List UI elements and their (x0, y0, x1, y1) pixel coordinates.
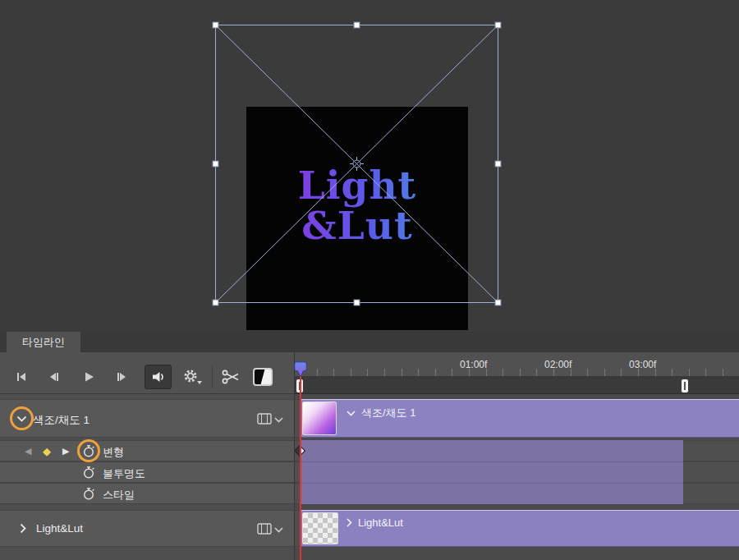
next-frame-button[interactable] (110, 366, 133, 388)
logo-line1: Light (234, 166, 480, 206)
speaker-icon (151, 370, 166, 383)
track-options-chevron-down-icon-2[interactable] (274, 527, 283, 533)
split-at-playhead-button[interactable] (217, 366, 245, 388)
transform-property-band[interactable] (300, 440, 683, 461)
tab-timeline[interactable]: 타임라인 (7, 332, 80, 352)
previous-keyframe-button[interactable]: ◀ (25, 446, 31, 457)
play-button[interactable] (77, 366, 100, 388)
transitions-button[interactable] (253, 368, 273, 386)
clip-checker-thumbnail (302, 512, 338, 544)
first-frame-icon (15, 370, 28, 383)
logo-text: Light &Lut (234, 166, 480, 246)
toolbar-divider (212, 366, 213, 388)
ruler-ticks (300, 369, 739, 376)
panel-divider[interactable] (294, 352, 295, 560)
style-property-band[interactable] (300, 483, 683, 504)
next-keyframe-button[interactable]: ▶ (62, 446, 69, 457)
next-frame-icon (115, 370, 128, 383)
clip-collapse-chevron-down-icon (347, 411, 356, 416)
track-options-chevron-down-icon[interactable] (274, 417, 283, 423)
stopwatch-style-icon[interactable] (82, 487, 96, 501)
opacity-property-band[interactable] (300, 461, 683, 483)
clip-hue-sat-label: 색조/채도 1 (361, 406, 415, 420)
app-window: Light &Lut 타임라인 (0, 0, 739, 560)
stopwatch-opacity-icon[interactable] (82, 466, 96, 480)
clip-hue-sat[interactable]: 색조/채도 1 (300, 399, 739, 438)
logo-line2: &Lut (234, 206, 480, 246)
previous-frame-icon (48, 370, 61, 383)
playhead-line (300, 374, 301, 560)
play-icon (82, 370, 95, 383)
video-track-icon-2[interactable] (257, 523, 272, 535)
clip-hue-sat-header[interactable]: 색조/채도 1 (347, 406, 415, 420)
clip-gradient-thumbnail (302, 402, 337, 435)
track-row-style[interactable] (0, 483, 294, 504)
tab-timeline-label: 타임라인 (22, 335, 65, 350)
stopwatch-transform-icon[interactable] (82, 444, 96, 458)
track-label-hue-sat: 색조/채도 1 (33, 413, 90, 428)
track-row-opacity[interactable] (0, 461, 294, 483)
chevron-down-icon (197, 381, 202, 384)
previous-frame-button[interactable] (43, 366, 66, 388)
video-track-icon[interactable] (257, 413, 272, 425)
first-frame-button[interactable] (10, 366, 33, 388)
keyframe-diamond-icon[interactable]: ◆ (43, 445, 51, 457)
property-label-opacity: 불투명도 (103, 466, 145, 481)
scissors-icon (221, 368, 241, 386)
work-area-bar[interactable] (294, 376, 739, 394)
clip-light-lut-header[interactable]: Light&Lut (347, 516, 403, 529)
property-label-style: 스타일 (103, 488, 135, 503)
clip-light-lut-label: Light&Lut (358, 516, 403, 529)
clip-expand-chevron-right-icon (347, 518, 352, 527)
timeline-settings-button[interactable] (179, 366, 205, 388)
property-label-transform: 변형 (103, 445, 124, 460)
gear-icon (181, 368, 203, 386)
expand-track-chevron-right-icon[interactable] (20, 523, 26, 534)
clip-light-lut[interactable]: Light&Lut (300, 510, 739, 547)
panel-tab-bar (0, 332, 739, 352)
work-area-end-handle[interactable] (682, 379, 688, 392)
playhead-marker[interactable] (294, 361, 307, 379)
track-label-light-lut: Light&Lut (36, 522, 83, 535)
mute-audio-button[interactable] (145, 365, 172, 389)
collapse-track-chevron-down-icon[interactable] (16, 415, 27, 422)
